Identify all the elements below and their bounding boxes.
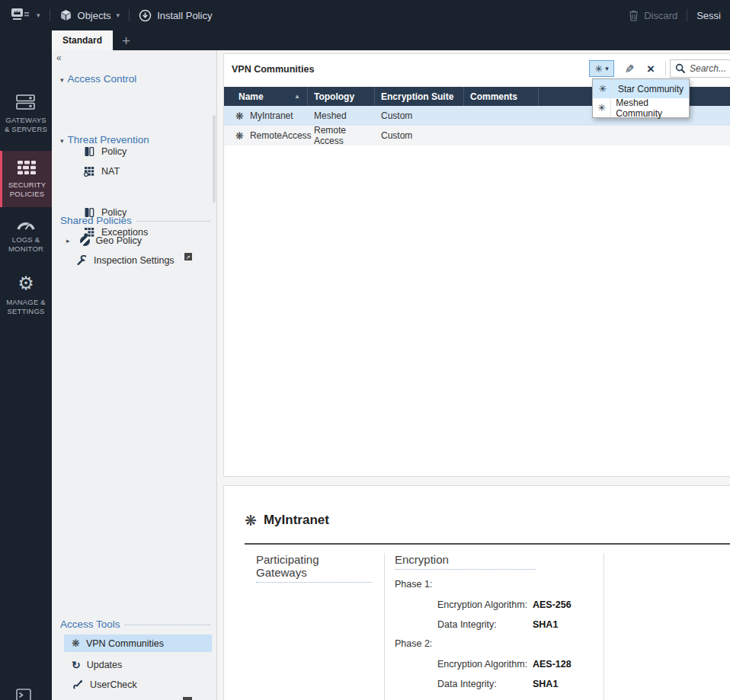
- section-label: Shared Policies: [60, 215, 132, 226]
- chevron-down-icon: ▾: [605, 66, 609, 72]
- partially-visible-tree-item: [183, 697, 192, 700]
- cell-encryption-suite: Custom: [375, 130, 464, 141]
- section-label: Access Tools: [60, 618, 120, 630]
- tree-item-label: Inspection Settings: [94, 255, 174, 266]
- tree-item-label: Geo Policy: [96, 235, 142, 246]
- rail-item-manage-settings[interactable]: ⚙ MANAGE & SETTINGS: [0, 274, 52, 316]
- pencil-edit-icon: ✎: [625, 63, 635, 75]
- tree-item-geo-policy[interactable]: ▸ Geo Policy: [66, 233, 142, 248]
- kv-key: Encryption Algorithm:: [437, 659, 527, 670]
- column-header-encryption-suite[interactable]: Encryption Suite: [375, 87, 464, 106]
- rail-item-security-policies[interactable]: SECURITY POLICIES: [0, 151, 52, 207]
- tab-standard[interactable]: Standard: [52, 30, 113, 50]
- rail-item-command-line[interactable]: COMMAND LINE: [0, 689, 52, 700]
- main-menu-button[interactable]: ▾: [0, 0, 50, 30]
- new-tab-button[interactable]: +: [122, 34, 130, 48]
- section-encryption: Encryption: [395, 553, 536, 570]
- vpn-community-icon: ❋: [72, 638, 80, 648]
- rail-item-gateways-servers[interactable]: GATEWAYS & SERVERS: [0, 94, 52, 134]
- rail-item-logs-monitor[interactable]: LOGS & MONITOR: [0, 218, 52, 254]
- search-input[interactable]: [690, 63, 730, 74]
- toolbar-divider: [665, 62, 666, 75]
- section-dotted-rule: [136, 221, 210, 222]
- nat-grid-icon: [83, 166, 95, 177]
- wrench-icon: [75, 255, 88, 266]
- install-policy-label: Install Policy: [157, 10, 212, 21]
- command-line-icon: [16, 689, 36, 700]
- column-divider: [604, 553, 604, 700]
- tree-item-access-policy[interactable]: Policy: [83, 144, 126, 159]
- tree-section-access-control[interactable]: ▾ Access Control: [60, 73, 210, 85]
- table-row-remoteaccess[interactable]: ❋ RemoteAccess Remote Access Custom: [224, 126, 730, 145]
- policy-tab-strip: Standard +: [52, 30, 730, 50]
- menu-item-meshed-community[interactable]: ✳ Meshed Community: [593, 98, 689, 117]
- column-label: Topology: [314, 91, 354, 102]
- objects-cube-icon: [59, 9, 72, 22]
- kv-key: Data Integrity:: [437, 619, 497, 630]
- tree-item-label: Policy: [101, 146, 126, 157]
- kv-key: Data Integrity:: [437, 679, 497, 689]
- column-header-comments[interactable]: Comments: [464, 87, 539, 106]
- geo-policy-icon: [80, 236, 90, 246]
- top-bar: ▾ Objects ▾ Install Policy: [0, 0, 730, 30]
- tree-item-usercheck[interactable]: UserCheck: [72, 677, 137, 692]
- new-community-menu: ✳ Star Community ✳ Meshed Community: [592, 78, 690, 118]
- install-policy-button[interactable]: Install Policy: [130, 0, 221, 30]
- new-community-button[interactable]: ✳ ▾: [589, 60, 614, 77]
- kv-value: AES-128: [533, 659, 572, 670]
- column-header-topology[interactable]: Topology: [308, 87, 375, 106]
- gateways-servers-icon: [16, 94, 36, 110]
- chevron-down-icon: ▾: [60, 76, 64, 84]
- delete-community-button[interactable]: ×: [641, 60, 661, 77]
- column-label: Encryption Suite: [381, 91, 453, 102]
- column-header-name[interactable]: Name ▲: [224, 87, 308, 106]
- tree-section-access-tools[interactable]: Access Tools: [60, 618, 210, 630]
- objects-menu-button[interactable]: Objects ▾: [50, 0, 130, 30]
- discard-button[interactable]: Discard: [620, 0, 687, 30]
- tree-item-vpn-communities[interactable]: ❋ VPN Communities: [64, 634, 212, 652]
- tree-item-label: VPN Communities: [86, 638, 164, 649]
- tree-item-inspection-settings[interactable]: Inspection Settings ↗: [75, 253, 192, 268]
- kv-key: Encryption Algorithm:: [437, 599, 527, 610]
- cell-name: RemoteAccess: [250, 130, 312, 141]
- cell-name: MyIntranet: [250, 110, 293, 121]
- updates-refresh-icon: ↻: [72, 660, 81, 670]
- rail-label: SECURITY: [8, 181, 46, 190]
- edit-community-button[interactable]: ✎: [620, 60, 639, 77]
- details-title-rule: [245, 543, 730, 545]
- smartconsole-window: ▾ Objects ▾ Install Policy: [0, 0, 730, 700]
- phase1-label: Phase 1:: [395, 579, 432, 590]
- rail-label: POLICIES: [10, 190, 44, 199]
- menu-caret-icon: ▾: [37, 12, 40, 19]
- page-title: VPN Communities: [232, 64, 314, 75]
- cell-topology: Meshed: [308, 110, 375, 121]
- tree-section-threat-prevention[interactable]: ▾ Threat Prevention: [60, 134, 210, 145]
- menu-item-label: Meshed Community: [611, 97, 689, 119]
- kv-value: SHA1: [533, 619, 558, 630]
- security-policies-icon: [17, 160, 37, 175]
- session-label: Sessi: [696, 10, 721, 21]
- collapse-panel-button[interactable]: «: [56, 53, 62, 62]
- tree-section-shared-policies[interactable]: Shared Policies: [60, 215, 210, 226]
- tree-item-label: UserCheck: [90, 679, 137, 690]
- rail-label: GATEWAYS: [5, 116, 46, 125]
- details-title: MyIntranet: [264, 513, 329, 528]
- menu-item-star-community[interactable]: ✳ Star Community: [593, 79, 689, 98]
- rail-label: SETTINGS: [7, 307, 44, 316]
- tree-scrollbar[interactable]: [213, 115, 216, 203]
- discard-label: Discard: [644, 10, 677, 21]
- column-label: Comments: [470, 91, 517, 102]
- section-label: Threat Prevention: [68, 134, 149, 145]
- rail-label: MONITOR: [8, 245, 43, 254]
- vpn-community-icon: ❋: [235, 111, 244, 121]
- chevron-right-icon: ▸: [66, 237, 70, 245]
- tree-item-label: Updates: [87, 660, 123, 670]
- meshed-community-icon: ✳: [593, 98, 611, 117]
- kv-value: AES-256: [533, 599, 572, 610]
- session-button[interactable]: Sessi: [687, 0, 730, 30]
- tree-item-updates[interactable]: ↻ Updates: [72, 657, 122, 673]
- kv-value: SHA1: [533, 679, 558, 689]
- phase2-encryption-algorithm: Encryption Algorithm: AES-128: [437, 659, 527, 670]
- cell-encryption-suite: Custom: [375, 110, 464, 121]
- tree-item-nat[interactable]: NAT: [83, 164, 120, 179]
